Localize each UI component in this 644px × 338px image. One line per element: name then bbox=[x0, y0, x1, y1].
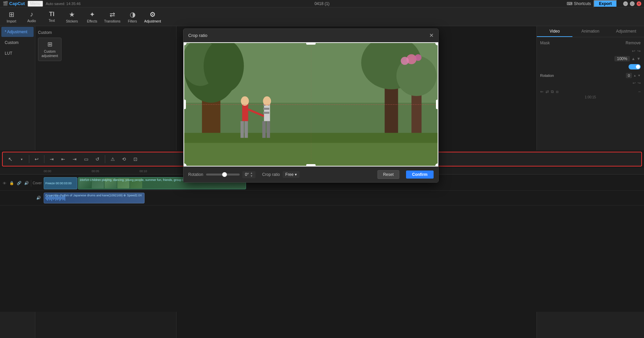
tab-animation[interactable]: Animation bbox=[572, 26, 608, 37]
crop-dialog-header: Crop ratio ✕ bbox=[184, 29, 438, 42]
crop-handle-br[interactable] bbox=[435, 163, 438, 166]
freeze-clip[interactable]: Freeze 00:00:03:00 bbox=[44, 177, 77, 189]
crop-handle-ml[interactable] bbox=[184, 100, 186, 109]
zoom-up-icon[interactable]: ▲ bbox=[631, 56, 635, 61]
ruler-mark-10: 00:10 bbox=[139, 170, 147, 173]
redo-icon[interactable]: ↪ bbox=[637, 49, 641, 53]
track-controls-audio: 👁 🔊 bbox=[0, 195, 44, 201]
track-link-icon[interactable]: 🔗 bbox=[16, 180, 22, 186]
crop-handle-tm[interactable] bbox=[306, 42, 316, 45]
rotation-slider[interactable] bbox=[206, 174, 240, 176]
tool-filters[interactable]: ◑ Filters bbox=[122, 8, 143, 26]
timecode-right: 1:00:15 bbox=[585, 95, 596, 99]
track-eye-icon[interactable]: 👁 bbox=[1, 180, 7, 186]
undo-tool[interactable]: ↩ bbox=[32, 154, 41, 164]
rotation-label-right: Rotation bbox=[540, 74, 554, 78]
crop-handle-mr[interactable] bbox=[436, 100, 438, 109]
export-button[interactable]: Export bbox=[594, 0, 617, 7]
remove-tab[interactable]: Remove bbox=[626, 41, 641, 45]
cursor-dropdown[interactable]: ▾ bbox=[17, 154, 26, 164]
tab-adjustment-right[interactable]: Adjustment bbox=[608, 26, 644, 37]
crop-tool[interactable]: ▭ bbox=[81, 154, 91, 164]
custom-adjustment-card[interactable]: ⊞ Customadjustment bbox=[38, 38, 62, 61]
crop-reset-button[interactable]: Reset bbox=[377, 170, 399, 179]
zoom-percentage: 100% bbox=[614, 56, 630, 61]
filters-icon: ◑ bbox=[130, 10, 135, 18]
window-close[interactable]: ✕ bbox=[637, 1, 641, 6]
crop-handle-tr[interactable] bbox=[435, 42, 438, 45]
tool-stickers[interactable]: ★ Stickers bbox=[62, 8, 82, 26]
undo2-icon[interactable]: ↩ bbox=[633, 81, 636, 85]
cursor-tool[interactable]: ↖ bbox=[5, 154, 15, 164]
rotation-up-icon[interactable]: ▲ bbox=[633, 74, 636, 77]
redo2-icon[interactable]: ↪ bbox=[638, 81, 641, 85]
trim-end-tool[interactable]: ⇥ bbox=[70, 154, 79, 164]
audio-track-content: Ensemble rhythm of Japanese drums and ka… bbox=[44, 191, 644, 205]
tab-video[interactable]: Video bbox=[537, 26, 572, 37]
track-lock-icon[interactable]: 🔒 bbox=[9, 180, 15, 186]
rotate-tool[interactable]: ↺ bbox=[93, 154, 102, 164]
delete-tool[interactable]: ⊡ bbox=[131, 154, 140, 164]
window-maximize[interactable]: □ bbox=[630, 1, 635, 6]
crop-dialog-title: Crop ratio bbox=[188, 33, 207, 38]
crop-close-button[interactable]: ✕ bbox=[429, 32, 434, 39]
tool-text[interactable]: TI Text bbox=[42, 8, 62, 26]
toggle-switch[interactable] bbox=[629, 64, 641, 69]
rotation-value-display: 0° ▲ ▼ bbox=[242, 171, 255, 178]
zoom-down-icon[interactable]: ▼ bbox=[637, 56, 641, 61]
adjustment-icon: ⚙ bbox=[150, 10, 156, 18]
crop-image-area bbox=[184, 42, 438, 166]
warning-tool[interactable]: ⚠ bbox=[108, 154, 117, 164]
tool-transitions[interactable]: ⇄ Transitions bbox=[102, 8, 122, 26]
track-vol-icon[interactable]: 🔊 bbox=[36, 195, 42, 201]
track-audio-icon[interactable]: 🔊 bbox=[24, 180, 30, 186]
window-minimize[interactable]: – bbox=[623, 1, 628, 6]
loop-tool[interactable]: ⟲ bbox=[119, 154, 129, 164]
tool-effects-label: Effects bbox=[87, 19, 97, 23]
crop-confirm-button[interactable]: Confirm bbox=[406, 171, 434, 179]
main-toolbar: ⊞ Import ♪ Audio TI Text ★ Stickers ✦ Ef… bbox=[0, 7, 644, 26]
tool-effects[interactable]: ✦ Effects bbox=[82, 8, 102, 26]
sidebar-item-custom[interactable]: Custom bbox=[1, 38, 34, 48]
minus-icon[interactable]: – bbox=[638, 89, 641, 94]
svg-rect-40 bbox=[58, 197, 59, 199]
crop-ratio-dropdown[interactable]: Free ▾ bbox=[283, 171, 300, 178]
rotation-down-icon[interactable]: ▼ bbox=[638, 74, 641, 77]
crop-ratio-label: Crop ratio bbox=[262, 172, 280, 177]
undo-icon[interactable]: ↩ bbox=[632, 49, 635, 53]
tool-import[interactable]: ⊞ Import bbox=[1, 8, 22, 26]
frame-prev-icon[interactable]: ⇐ bbox=[540, 89, 544, 94]
stickers-icon: ★ bbox=[69, 10, 75, 18]
tool-audio[interactable]: ♪ Audio bbox=[22, 8, 42, 26]
tool-text-label: Text bbox=[49, 19, 55, 22]
rotation-increment[interactable]: ▲ bbox=[250, 172, 253, 175]
split-icon-right[interactable]: ⇄ bbox=[546, 89, 549, 94]
custom-adjustment-icon: ⊞ bbox=[47, 41, 52, 48]
audio-clip-label: Ensemble rhythm of Japanese drums and ka… bbox=[45, 194, 142, 197]
tool-transitions-label: Transitions bbox=[104, 19, 121, 23]
tool-adjustment[interactable]: ⚙ Adjustment bbox=[143, 8, 163, 26]
crop-handle-bl[interactable] bbox=[184, 163, 187, 166]
mask-tab[interactable]: Mask bbox=[540, 41, 550, 45]
crop-handle-tl[interactable] bbox=[184, 42, 187, 45]
shortcuts-button[interactable]: ⌨ Shortcuts bbox=[567, 1, 591, 6]
svg-rect-27 bbox=[45, 197, 46, 199]
rotation-decrement[interactable]: ▼ bbox=[250, 175, 253, 178]
right-panel-tabs: Video Animation Adjustment bbox=[537, 26, 644, 37]
trim-start-tool[interactable]: ⇤ bbox=[58, 154, 68, 164]
menu-button[interactable]: Menu bbox=[28, 1, 43, 7]
paste-icon[interactable]: ⧈ bbox=[556, 89, 559, 94]
rotation-value-right: 0 bbox=[626, 73, 632, 78]
sidebar-item-adjustment[interactable]: * Adjustment bbox=[1, 27, 34, 37]
crop-handle-bm[interactable] bbox=[306, 164, 316, 166]
ruler-mark-0: 00:00 bbox=[44, 170, 51, 173]
copy-icon[interactable]: ⧉ bbox=[551, 89, 554, 94]
rotation-label: Rotation bbox=[188, 172, 203, 177]
audio-clip[interactable]: Ensemble rhythm of Japanese drums and ka… bbox=[44, 193, 145, 203]
sidebar-item-lut[interactable]: LUT bbox=[1, 48, 34, 58]
tool-import-label: Import bbox=[7, 19, 16, 23]
auto-save-status: Auto saved: 14:35:46 bbox=[46, 2, 81, 6]
split-tool[interactable]: ⇥ bbox=[47, 154, 56, 164]
crop-box[interactable] bbox=[184, 42, 438, 166]
freeze-clip-label: Freeze 00:00:03:00 bbox=[44, 181, 73, 186]
